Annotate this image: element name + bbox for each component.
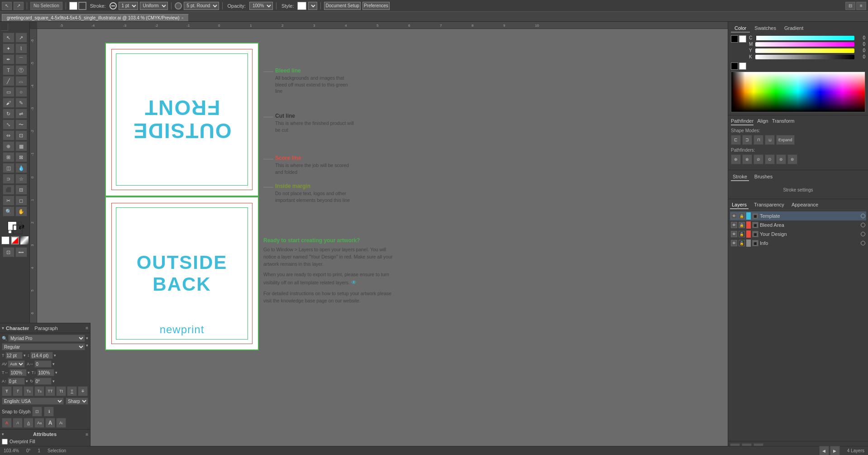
pen-tool[interactable]: ✒	[3, 54, 14, 64]
preferences-btn[interactable]: Preferences	[362, 2, 390, 10]
rect-tool[interactable]: ▭	[3, 87, 14, 97]
tracking-arrow[interactable]: ▾	[52, 362, 55, 366]
zoom-tool[interactable]: 🔍	[3, 206, 14, 216]
blob-brush-tool[interactable]: ✎	[15, 98, 27, 108]
k-slider-track[interactable]	[755, 55, 854, 59]
layer-target-info[interactable]	[861, 241, 865, 245]
artboard-tool[interactable]: ⊟	[15, 185, 27, 195]
font-style-select[interactable]: Regular	[2, 343, 85, 350]
type-underline-btn[interactable]: T	[67, 386, 77, 396]
merge-btn[interactable]: ⊘	[754, 154, 763, 164]
eraser-tool[interactable]: ◻	[15, 196, 27, 206]
appearance-tab[interactable]: Appearance	[790, 201, 820, 209]
scale-h-input[interactable]	[10, 369, 27, 376]
intersect-btn[interactable]: ⊓	[754, 135, 763, 145]
c-slider-thumb[interactable]	[755, 36, 756, 40]
select-tool-btn[interactable]: ↖	[2, 2, 12, 10]
scale-v-arrow[interactable]: ▾	[55, 370, 57, 375]
selection-tool[interactable]: ↖	[3, 33, 14, 43]
hand-tool[interactable]: ✋	[15, 206, 27, 216]
direct-selection-tool[interactable]: ↗	[15, 33, 27, 43]
artboard-back[interactable]: OUTSIDE BACK newprint	[105, 196, 259, 350]
m-slider-track[interactable]	[755, 42, 854, 47]
swatch-white[interactable]	[739, 62, 746, 70]
font-dropdown-arrow[interactable]: ▾	[86, 336, 88, 340]
blend-tool[interactable]: ⊃	[3, 174, 14, 184]
swap-colors-btn[interactable]: ⇄	[18, 222, 22, 225]
attributes-collapse[interactable]: ▾	[2, 432, 4, 436]
layer-target-bleed[interactable]	[861, 223, 865, 227]
minus-front-btn[interactable]: ⊐	[742, 135, 752, 145]
canvas-area[interactable]: OUTSIDE FRONT OUTSIDE BACK newprint	[37, 29, 728, 455]
gradient-tool[interactable]: ◫	[3, 163, 14, 173]
align-tab[interactable]: Align	[757, 118, 768, 125]
layer-target-design[interactable]	[861, 232, 865, 236]
stroke-type-select[interactable]: Uniform	[140, 2, 168, 10]
layer-lock-design[interactable]: 🔓	[739, 231, 745, 237]
leading-arrow[interactable]: ▾	[54, 353, 56, 358]
document-setup-btn[interactable]: Document Setup	[324, 2, 361, 10]
color-tab[interactable]: Color	[731, 24, 750, 33]
baseline-input[interactable]	[8, 378, 25, 385]
stroke-weight-input[interactable]: 1 pt	[119, 2, 138, 10]
fill-stroke-swatches[interactable]: ⇄	[7, 221, 23, 235]
divide-btn[interactable]: ⊕	[731, 154, 741, 164]
style-swatch[interactable]	[297, 2, 306, 10]
arc-tool[interactable]: ⌓	[15, 76, 27, 86]
layer-your-design[interactable]: 👁 🔓 ▦ Your Design	[730, 230, 866, 239]
size-arrow[interactable]: ▾	[24, 353, 26, 358]
leading-input[interactable]	[30, 352, 53, 359]
language-select[interactable]: English: USA	[2, 398, 64, 405]
layer-target-template[interactable]	[861, 214, 865, 218]
round-select[interactable]: 5 pt. Round	[184, 2, 219, 10]
rotate-tool[interactable]: ↻	[3, 109, 14, 119]
trim-btn[interactable]: ⊗	[742, 154, 752, 164]
change-screen-mode-btn[interactable]: ⊡	[3, 247, 14, 257]
y-slider-track[interactable]	[755, 48, 854, 53]
mesh-tool[interactable]: ⊠	[15, 152, 27, 162]
stroke-swatch[interactable]	[78, 2, 86, 10]
c-slider-track[interactable]	[755, 36, 854, 40]
layer-eye-template[interactable]: 👁	[731, 213, 737, 219]
type-superscript-btn[interactable]: Ts	[24, 386, 33, 396]
deco-btn-3[interactable]: A	[24, 418, 33, 428]
tab-close-btn[interactable]: ×	[181, 16, 183, 20]
deco-btn-6[interactable]: Aᵢ	[56, 418, 66, 428]
nav-prev-btn[interactable]: ◀	[819, 446, 829, 455]
layer-lock-template[interactable]: 🔒	[739, 213, 745, 219]
symbol-sprayer-tool[interactable]: ☆	[15, 174, 27, 184]
attributes-menu[interactable]: ≡	[86, 432, 88, 437]
type-tool[interactable]: T	[3, 65, 14, 75]
scale-v-input[interactable]	[37, 369, 54, 376]
layer-eye-info[interactable]: 👁	[731, 240, 737, 246]
minus-back-btn[interactable]: ⊛	[787, 154, 797, 164]
color-spectrum[interactable]	[731, 72, 865, 112]
scale-tool[interactable]: ⤡	[3, 120, 14, 129]
shape-builder-tool[interactable]: ⊕	[3, 141, 14, 151]
arrange-panels-btn[interactable]: ⊟	[845, 2, 855, 10]
column-graph-tool[interactable]: ⬛	[3, 185, 14, 195]
live-paint-tool[interactable]: ▦	[15, 141, 27, 151]
outline-btn[interactable]: ⊚	[776, 154, 786, 164]
transform-tab[interactable]: Transform	[772, 118, 795, 125]
background-color-box[interactable]	[739, 35, 746, 43]
snap-glyph-icon2[interactable]: ℹ	[44, 407, 54, 417]
crop-btn[interactable]: ⊙	[765, 154, 775, 164]
warp-tool[interactable]: 〜	[15, 120, 27, 129]
foreground-color-box[interactable]	[731, 35, 738, 43]
deco-btn-1[interactable]: A	[2, 418, 12, 428]
type-subscript-btn[interactable]: Ts	[34, 386, 44, 396]
ellipse-tool[interactable]: ○	[15, 87, 27, 97]
slice-tool[interactable]: ✂	[3, 196, 14, 206]
transparency-tab[interactable]: Transparency	[752, 201, 786, 209]
fill-swatch[interactable]	[69, 2, 77, 10]
layer-info[interactable]: 👁 🔓 ▦ Info	[730, 239, 866, 248]
scale-h-arrow[interactable]: ▾	[28, 370, 30, 375]
rotation-input[interactable]	[34, 378, 52, 385]
paragraph-tab-btn[interactable]: Paragraph	[34, 326, 57, 331]
layers-tab[interactable]: Layers	[730, 201, 749, 209]
snap-glyph-icon1[interactable]: ⊡	[32, 407, 42, 417]
gradient-swatch-small[interactable]	[20, 236, 29, 244]
free-transform-tool[interactable]: ⊡	[15, 130, 27, 140]
style-select[interactable]	[308, 2, 317, 10]
